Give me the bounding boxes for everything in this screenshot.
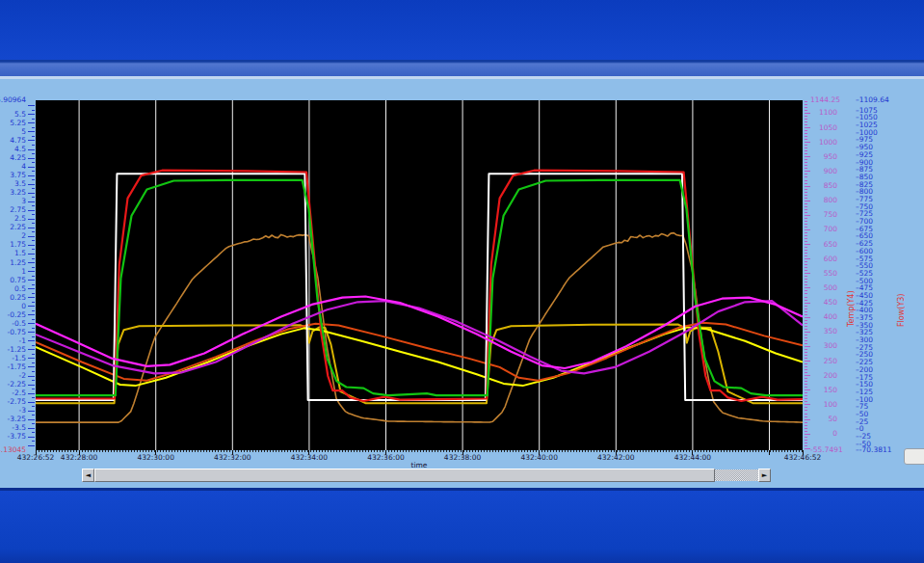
left-axis-tick <box>32 345 35 346</box>
left-axis-tick <box>32 153 35 154</box>
left-axis-tick-label: 0.25 <box>10 294 26 302</box>
scrollbar-track[interactable] <box>715 469 758 481</box>
right-pink-axis-tick-label: 200 <box>814 372 837 380</box>
right-pink-axis-tick <box>805 212 807 213</box>
left-axis-tick <box>28 288 35 289</box>
panel-corner-button[interactable] <box>904 448 924 465</box>
right-pink-axis-tick <box>805 276 807 277</box>
left-axis-tick <box>28 393 35 394</box>
scrollbar-thumb[interactable] <box>94 469 715 482</box>
right-pink-axis-max-label: 1144.25 <box>810 96 840 104</box>
right-pink-axis-tick <box>805 186 810 187</box>
left-axis-tick <box>32 397 35 398</box>
left-axis-tick-label: 2 <box>21 232 26 240</box>
right-pink-axis-tick-label: 1000 <box>814 139 837 147</box>
left-axis-tick-label: -2.5 <box>12 389 26 397</box>
right-pink-axis-tick <box>805 303 810 304</box>
right-pink-axis-tick <box>805 198 807 199</box>
right-pink-axis-tick <box>805 107 807 108</box>
right-pink-axis-tick-label: 1050 <box>814 124 837 132</box>
right-pink-axis-tick <box>805 320 807 321</box>
left-axis-tick-label: -3.5 <box>12 424 26 432</box>
left-axis-tick-label: -2.75 <box>8 398 26 406</box>
scrollbar-left-arrow-icon[interactable]: ◄ <box>82 469 94 482</box>
left-axis-tick <box>28 323 35 324</box>
right-pink-axis-tick-label: 400 <box>814 313 837 321</box>
right-pink-axis-tick <box>805 392 807 393</box>
right-pink-axis-tick <box>805 255 807 256</box>
right-pink-axis-tick <box>805 279 807 280</box>
right-pink-axis-tick <box>805 340 807 341</box>
left-axis-tick <box>32 127 35 128</box>
right-pink-axis-tick-label: 150 <box>814 387 837 394</box>
x-axis-start-label: 432:26:52 <box>17 454 54 462</box>
right-pink-axis-tick <box>805 195 807 196</box>
right-pink-axis-tick <box>805 434 810 435</box>
left-axis-tick <box>32 267 35 268</box>
right-pink-axis-tick <box>805 290 807 291</box>
left-axis-tick <box>28 167 35 168</box>
right-pink-axis-tick <box>805 419 810 420</box>
left-axis-tick <box>28 411 35 412</box>
left-axis-tick <box>28 105 35 106</box>
left-axis-tick-label: 4.25 <box>10 154 26 162</box>
left-axis-tick <box>32 362 35 363</box>
left-axis-tick <box>32 214 35 215</box>
right-pink-axis-tick <box>805 437 807 438</box>
left-axis-tick <box>28 175 35 176</box>
right-pink-axis-tick <box>805 425 807 426</box>
right-pink-axis-tick <box>805 287 810 288</box>
x-axis-tick-label: 432:28:00 <box>61 454 97 462</box>
x-axis-tick-label: 432:36:00 <box>367 454 404 462</box>
right-pink-axis-tick <box>805 183 807 184</box>
left-axis-tick <box>28 402 35 403</box>
right-pink-axis-tick <box>805 218 807 219</box>
window-top-band <box>0 0 924 60</box>
left-axis-tick-label: -3.75 <box>8 433 26 441</box>
right-pink-axis-tick <box>805 168 807 169</box>
left-axis-tick <box>32 415 35 416</box>
right-pink-axis-tick <box>805 329 807 330</box>
left-axis-tick <box>28 280 35 281</box>
left-axis-tick-label: -3.25 <box>8 416 26 423</box>
left-axis-tick <box>28 122 35 123</box>
left-axis-tick <box>28 340 35 341</box>
left-axis-tick-label: 5.5 <box>14 111 26 119</box>
scrollbar-right-arrow-icon[interactable]: ► <box>758 469 771 482</box>
left-axis-tick <box>32 406 35 407</box>
right-pink-axis-tick <box>805 404 810 405</box>
right-pink-axis-tick <box>805 422 807 423</box>
right-pink-axis-tick <box>805 174 807 174</box>
left-axis-tick-label: 3.75 <box>10 172 26 179</box>
left-axis-tick-label: -1.75 <box>8 363 26 371</box>
right-blue-axis-min-label: –-70.3811 <box>856 446 891 454</box>
left-axis-tick-label: 1.5 <box>14 250 26 257</box>
left-y-axis: 5.55.2554.754.54.2543.753.53.2532.752.52… <box>0 100 36 450</box>
left-axis-tick <box>32 110 35 111</box>
right-pink-axis-tick <box>805 180 807 181</box>
right-pink-axis-tick <box>805 284 807 285</box>
left-axis-tick-label: 1.25 <box>10 259 26 267</box>
right-pink-axis-tick <box>805 369 807 370</box>
left-axis-tick <box>28 358 35 359</box>
left-axis-tick <box>28 385 35 386</box>
horizontal-scrollbar[interactable]: ◄ ► <box>82 469 771 482</box>
left-axis-tick <box>32 171 35 172</box>
right-pink-axis-tick <box>805 378 807 379</box>
left-axis-tick <box>28 349 35 350</box>
left-axis-tick <box>28 306 35 307</box>
right-pink-axis-tick <box>805 113 810 114</box>
right-pink-axis-tick <box>805 227 807 228</box>
right-pink-axis-tick <box>805 209 807 210</box>
left-axis-tick <box>28 210 35 211</box>
right-pink-axis-tick <box>805 238 807 239</box>
left-axis-tick <box>32 354 35 355</box>
right-pink-axis-tick <box>805 162 807 163</box>
left-axis-tick <box>32 276 35 277</box>
left-axis-tick-label: 3.5 <box>14 180 26 188</box>
window-bottom-band <box>0 491 924 563</box>
right-pink-axis-tick <box>805 337 807 338</box>
right-pink-axis-tick-label: 650 <box>814 241 837 249</box>
left-axis-tick <box>32 240 35 241</box>
app-window: 5.55.2554.754.54.2543.753.53.2532.752.52… <box>0 0 924 563</box>
